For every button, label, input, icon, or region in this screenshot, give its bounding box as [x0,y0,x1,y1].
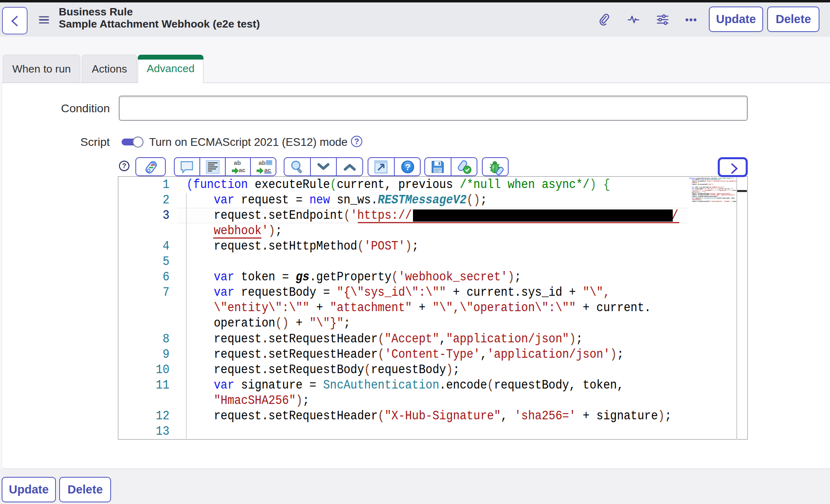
svg-text:?: ? [405,162,410,172]
svg-text:ab: ab [259,159,266,166]
svg-text:ab: ab [234,159,241,166]
svg-text:?: ? [122,162,126,170]
svg-text:ac: ac [239,167,246,173]
svg-text:ac: ac [264,167,271,173]
